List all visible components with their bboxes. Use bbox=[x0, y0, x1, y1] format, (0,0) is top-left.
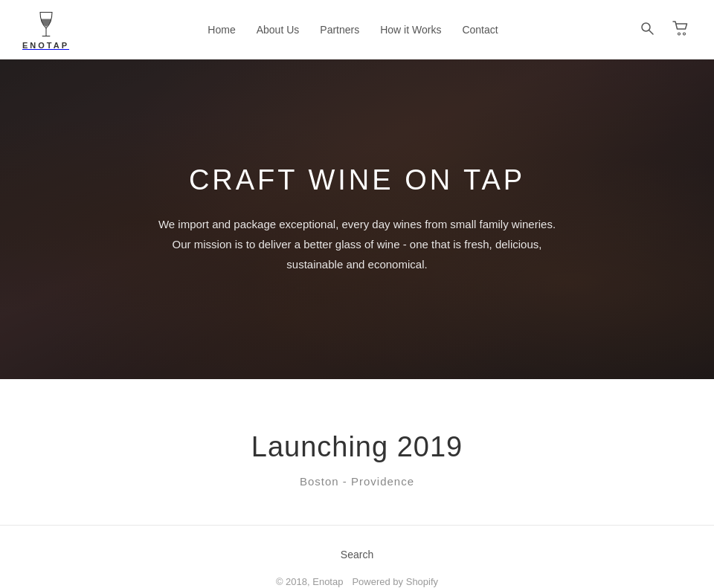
hero-title: CRAFT WINE ON TAP bbox=[158, 164, 556, 196]
footer-search: Search bbox=[15, 548, 699, 561]
hero-section: CRAFT WINE ON TAP We import and package … bbox=[0, 59, 714, 379]
copyright-text: © 2018, Enotap bbox=[276, 576, 344, 587]
nav-about[interactable]: About Us bbox=[257, 24, 300, 36]
site-header: ENOTAP Home About Us Partners How it Wor… bbox=[0, 0, 714, 59]
footer-search-link[interactable]: Search bbox=[341, 549, 373, 560]
hero-subtitle: We import and package exceptional, every… bbox=[158, 214, 556, 274]
nav-contact[interactable]: Contact bbox=[462, 24, 498, 36]
svg-point-2 bbox=[642, 23, 650, 31]
nav-home[interactable]: Home bbox=[208, 24, 235, 36]
search-icon bbox=[640, 21, 654, 36]
search-button[interactable] bbox=[637, 18, 657, 41]
logo-text: ENOTAP bbox=[22, 41, 69, 50]
footer-copyright: © 2018, Enotap Powered by Shopify bbox=[15, 576, 699, 587]
logo-icon bbox=[35, 10, 57, 39]
cart-button[interactable] bbox=[669, 18, 692, 41]
nav-how-it-works[interactable]: How it Works bbox=[380, 24, 441, 36]
cart-icon bbox=[672, 21, 689, 36]
svg-line-3 bbox=[649, 30, 653, 34]
svg-point-4 bbox=[678, 33, 680, 35]
logo-link[interactable]: ENOTAP bbox=[22, 10, 69, 50]
hero-content: CRAFT WINE ON TAP We import and package … bbox=[144, 164, 570, 274]
svg-point-5 bbox=[683, 33, 685, 35]
main-nav: Home About Us Partners How it Works Cont… bbox=[208, 24, 498, 36]
launching-section: Launching 2019 Boston - Providence bbox=[0, 379, 714, 525]
nav-partners[interactable]: Partners bbox=[320, 24, 359, 36]
site-footer: Search © 2018, Enotap Powered by Shopify bbox=[0, 525, 714, 588]
launching-title: Launching 2019 bbox=[15, 431, 699, 463]
header-actions bbox=[637, 18, 692, 41]
launching-subtitle: Boston - Providence bbox=[15, 475, 699, 488]
powered-by-link[interactable]: Powered by Shopify bbox=[352, 576, 438, 587]
